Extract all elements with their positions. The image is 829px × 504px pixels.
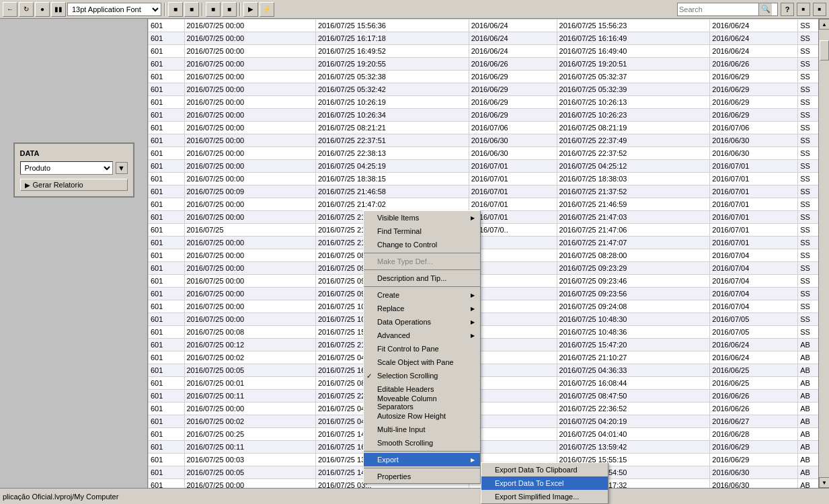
debug-button[interactable]: ⚡ — [260, 2, 274, 17]
menu-item-label: Fit Control to Pane — [377, 345, 439, 353]
context-menu-item-autosize-row-height[interactable]: Autosize Row Height — [364, 409, 480, 423]
table-cell: 601 — [149, 466, 185, 479]
table-row: 6012016/07/252016/07/25 21:47:..2016/07/… — [149, 224, 829, 237]
resize-button[interactable]: ■ — [206, 2, 221, 17]
table-cell: 601 — [149, 211, 185, 224]
table-cell: 601 — [149, 83, 185, 96]
layout-button-2[interactable]: ■ — [813, 3, 826, 16]
context-menu-item-properties[interactable]: Properties — [364, 470, 480, 483]
search-container: 🔍 — [677, 3, 778, 16]
context-menu-item-replace[interactable]: Replace▶ — [364, 302, 480, 315]
context-menu-item-multi-line-input[interactable]: Multi-line Input — [364, 423, 480, 436]
context-menu-item-description-and-tip[interactable]: Description and Tip... — [364, 271, 480, 285]
table-cell: 2016/07/25 00:00 — [184, 300, 315, 313]
align-button[interactable]: ■ — [168, 2, 183, 17]
context-menu-item-fit-control-to-pane[interactable]: Fit Control to Pane — [364, 342, 480, 355]
vertical-scrollbar[interactable]: ▲ ▼ — [818, 19, 829, 488]
table-cell: 2016/07/01 — [710, 173, 798, 185]
table-cell: 2016/06/29 — [469, 109, 557, 122]
table-cell: 2016/07/25 00:09 — [184, 185, 315, 198]
table-cell: 2016/07/25 21:46:58 — [315, 185, 469, 198]
run-button[interactable]: ▶ — [243, 2, 258, 17]
table-cell: 601 — [149, 160, 185, 173]
table-cell: 2016/06/30 — [710, 479, 798, 489]
refresh-button[interactable]: ↻ — [19, 2, 34, 17]
data-box-title: DATA — [20, 149, 128, 157]
context-menu-item-editable-headers[interactable]: Editable Headers — [364, 382, 480, 396]
arrange-button[interactable]: ■ — [222, 2, 237, 17]
table-cell: 601 — [149, 134, 185, 147]
table-cell: 601 — [149, 300, 185, 313]
menu-item-label: Properties — [377, 472, 411, 480]
table-cell: 601 — [149, 479, 185, 489]
submenu-arrow-icon: ▶ — [471, 333, 475, 339]
table-cell: 601 — [149, 96, 185, 109]
table-cell: 601 — [149, 288, 185, 300]
context-menu-item-change-to-control[interactable]: Change to Control — [364, 238, 480, 251]
back-button[interactable]: ← — [3, 2, 17, 17]
table-cell: 2016/07/01 — [469, 173, 557, 185]
context-menu-item-scale-object-with-pane[interactable]: Scale Object with Pane — [364, 355, 480, 369]
menu-item-label: Moveable Column Separators — [377, 394, 475, 411]
table-cell: 601 — [149, 237, 185, 249]
table-row: 6012016/07/25 00:002016/07/25 10:26:3420… — [149, 109, 829, 122]
grid-area[interactable]: 6012016/07/25 00:002016/07/25 15:56:3620… — [148, 19, 829, 488]
search-input[interactable] — [678, 5, 758, 13]
context-menu: Visible Items▶Find TerminalChange to Con… — [363, 210, 481, 484]
table-cell: 2016/07/25 22:38:13 — [315, 147, 469, 160]
menu-item-label: Replace — [377, 304, 404, 312]
context-menu-item-export[interactable]: Export▶ — [364, 453, 480, 466]
menu-item-label: Advanced — [377, 331, 410, 339]
table-cell — [469, 300, 557, 313]
context-menu-item-smooth-scrolling[interactable]: Smooth Scrolling — [364, 436, 480, 450]
distribute-button[interactable]: ■ — [184, 2, 199, 17]
search-icon[interactable]: 🔍 — [758, 3, 772, 15]
gerar-relatorio-button[interactable]: ▶ Gerar Relatorio — [20, 179, 128, 191]
grid-scroll[interactable]: 6012016/07/25 00:002016/07/25 15:56:3620… — [148, 19, 829, 488]
table-cell: 2016/07/25 05:32:38 — [315, 71, 469, 83]
table-cell: 601 — [149, 58, 185, 71]
context-menu-item-data-operations[interactable]: Data Operations▶ — [364, 315, 480, 329]
table-cell — [469, 339, 557, 351]
table-cell: 2016/07/25 05:32:42 — [315, 83, 469, 96]
table-cell: 601 — [149, 198, 185, 211]
table-cell: 601 — [149, 45, 185, 58]
table-cell — [469, 390, 557, 403]
main-area: DATA Produto ▼ ▶ Gerar Relatorio 6012016… — [0, 19, 829, 488]
table-cell — [469, 313, 557, 326]
table-cell: 2016/06/24 — [469, 32, 557, 45]
table-cell: 2016/07/25 09:23:29 — [557, 262, 710, 275]
table-row: 6012016/07/25 00:002016/07/25 10:..2016/… — [149, 313, 829, 326]
context-menu-item-moveable-column-separators[interactable]: Moveable Column Separators — [364, 396, 480, 409]
table-cell: 2016/07/25 22:37:52 — [557, 147, 710, 160]
table-cell: 2016/07/25 16:49:52 — [315, 45, 469, 58]
context-menu-item-selection-scrolling[interactable]: ✓Selection Scrolling — [364, 369, 480, 382]
submenu-item-export-data-to-clipboard[interactable]: Export Data To Clipboard — [481, 463, 608, 476]
submenu-item-export-simplified-image[interactable]: Export Simplified Image... — [481, 490, 608, 503]
pause-button[interactable]: ▮▮ — [51, 2, 66, 17]
context-menu-item-advanced[interactable]: Advanced▶ — [364, 329, 480, 342]
scroll-up-arrow[interactable]: ▲ — [819, 19, 829, 30]
record-button[interactable]: ● — [35, 2, 50, 17]
scroll-down-arrow[interactable]: ▼ — [819, 477, 829, 488]
submenu-item-export-data-to-excel[interactable]: Export Data To Excel — [481, 476, 608, 490]
table-row: 6012016/07/25 00:092016/07/25 21:46:5820… — [149, 185, 829, 198]
table-cell: 2016/07/25 21:37:52 — [557, 185, 710, 198]
font-dropdown[interactable]: 13pt Application Font — [67, 3, 161, 16]
status-bar: plicação Oficial.lvproj/My Computer — [0, 488, 829, 504]
table-row: 6012016/07/25 00:022016/07/25 04:..2016/… — [149, 415, 829, 428]
context-menu-item-visible-items[interactable]: Visible Items▶ — [364, 211, 480, 224]
context-menu-item-create[interactable]: Create▶ — [364, 288, 480, 302]
submenu-arrow-icon: ▶ — [471, 457, 475, 463]
data-dropdown[interactable]: Produto — [20, 161, 113, 175]
table-cell: 2016/07/25 05:32:39 — [557, 83, 710, 96]
layout-button[interactable]: ■ — [797, 3, 810, 16]
table-cell: 2016/06/24 — [710, 45, 798, 58]
context-menu-item-find-terminal[interactable]: Find Terminal — [364, 224, 480, 238]
table-cell: 2016/07/25 00:05 — [184, 466, 315, 479]
help-button[interactable]: ? — [781, 3, 794, 16]
table-cell: 2016/07/01 — [710, 160, 798, 173]
table-cell — [469, 441, 557, 454]
scrollbar-thumb[interactable] — [820, 40, 829, 60]
dropdown-arrow-icon[interactable]: ▼ — [116, 162, 128, 174]
